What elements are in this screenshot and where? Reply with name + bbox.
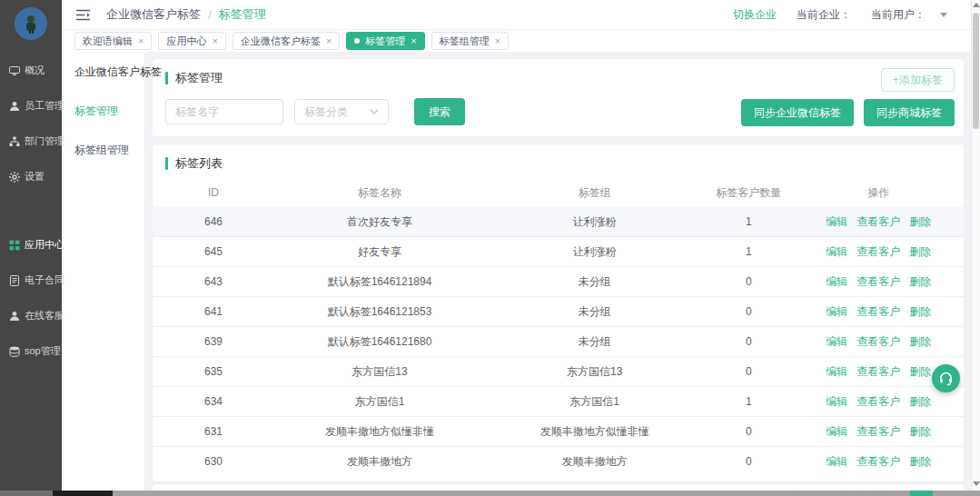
view-customers-link[interactable]: 查看客户 <box>856 305 900 318</box>
tab-close-icon[interactable]: × <box>411 35 416 46</box>
breadcrumb-root[interactable]: 企业微信客户标签 <box>106 6 201 23</box>
cell-tag-name: 默认标签1646121853 <box>274 304 485 320</box>
tab-close-icon[interactable]: × <box>326 35 332 46</box>
contract-icon <box>9 275 20 286</box>
sidebar-item-label: sop管理 <box>25 344 61 358</box>
table-card-title-text: 标签列表 <box>175 155 223 172</box>
sync-wechat-tags-button[interactable]: 同步企业微信标签 <box>741 99 854 126</box>
dashboard-icon <box>9 65 20 76</box>
cell-customer-count: 1 <box>704 215 793 228</box>
tab-wechat-customer-tags[interactable]: 企业微信客户标签 × <box>233 32 340 50</box>
table-row: 641默认标签1646121853未分组0编辑查看客户删除 <box>153 296 964 326</box>
delete-link[interactable]: 删除 <box>909 305 931 318</box>
view-customers-link[interactable]: 查看客户 <box>856 275 900 288</box>
edit-link[interactable]: 编辑 <box>826 335 847 348</box>
main-sidebar: 概况 员工管理 部门管理 设置 应用中心 电子合同 在线客服 sop管理 <box>0 0 62 491</box>
scroll-up-arrow-icon[interactable] <box>973 3 980 7</box>
tab-tag-management[interactable]: 标签管理 × <box>346 32 424 50</box>
delete-link[interactable]: 删除 <box>909 215 931 228</box>
view-customers-link[interactable]: 查看客户 <box>856 245 900 258</box>
edit-link[interactable]: 编辑 <box>826 215 847 228</box>
sidebar-item-online-service[interactable]: 在线客服 <box>0 298 62 333</box>
view-customers-link[interactable]: 查看客户 <box>856 365 900 378</box>
cell-customer-count: 0 <box>704 275 793 288</box>
cell-tag-group: 未分组 <box>485 304 704 320</box>
cell-id: 631 <box>153 425 274 438</box>
scroll-down-arrow-icon[interactable] <box>973 481 980 486</box>
table-row: 634东方国信1东方国信11编辑查看客户删除 <box>153 386 964 416</box>
chevron-down-icon <box>370 109 379 114</box>
pagination-bar <box>153 484 964 491</box>
top-header: 企业微信客户标签 / 标签管理 切换企业 当前企业： 当前用户： <box>62 0 971 30</box>
table-row: 631发顺丰撒地方似懂非懂发顺丰撒地方似懂非懂0编辑查看客户删除 <box>153 416 964 446</box>
collapse-menu-icon[interactable] <box>76 9 90 21</box>
sidebar-item-contract[interactable]: 电子合同 <box>0 263 62 298</box>
view-customers-link[interactable]: 查看客户 <box>856 395 900 408</box>
cell-actions: 编辑查看客户删除 <box>793 334 964 350</box>
tag-name-input[interactable] <box>165 99 283 124</box>
edit-link[interactable]: 编辑 <box>826 305 847 318</box>
tab-label: 欢迎语编辑 <box>83 35 133 48</box>
sidebar-item-settings[interactable]: 设置 <box>0 159 62 194</box>
tab-close-icon[interactable]: × <box>212 35 217 46</box>
switch-company-link[interactable]: 切换企业 <box>733 7 777 23</box>
view-customers-link[interactable]: 查看客户 <box>856 215 900 228</box>
table-row: 630发顺丰撒地方发顺丰撒地方0编辑查看客户删除 <box>153 446 964 476</box>
staff-icon <box>9 101 20 112</box>
col-header-actions: 操作 <box>793 185 964 201</box>
cell-tag-group: 让利涨粉 <box>485 244 704 260</box>
table-card-title: 标签列表 <box>153 155 964 172</box>
delete-link[interactable]: 删除 <box>909 275 931 288</box>
sync-mall-tags-button[interactable]: 同步商城标签 <box>864 99 955 126</box>
delete-link[interactable]: 删除 <box>909 365 931 378</box>
edit-link[interactable]: 编辑 <box>826 455 847 468</box>
edit-link[interactable]: 编辑 <box>826 395 847 408</box>
delete-link[interactable]: 删除 <box>909 455 931 468</box>
cell-customer-count: 0 <box>704 305 793 318</box>
submenu-item-tag-group-management[interactable]: 标签组管理 <box>62 119 144 158</box>
cell-actions: 编辑查看客户删除 <box>793 424 964 440</box>
tab-close-icon[interactable]: × <box>138 35 144 46</box>
cell-customer-count: 1 <box>704 245 793 258</box>
edit-link[interactable]: 编辑 <box>826 425 847 438</box>
horizontal-scrollbar-thumb[interactable] <box>53 491 113 496</box>
logo-figure-icon <box>22 14 40 34</box>
cell-tag-group: 未分组 <box>485 274 704 290</box>
current-user-label: 当前用户： <box>871 7 926 23</box>
headset-icon <box>938 371 954 386</box>
user-dropdown-caret-icon[interactable] <box>940 13 947 17</box>
vertical-scrollbar-thumb[interactable] <box>973 13 979 129</box>
tab-app-center[interactable]: 应用中心 × <box>158 32 225 50</box>
delete-link[interactable]: 删除 <box>909 395 931 408</box>
sidebar-item-department[interactable]: 部门管理 <box>0 124 62 159</box>
search-button[interactable]: 搜索 <box>414 98 465 125</box>
submenu-item-tag-management[interactable]: 标签管理 <box>62 80 144 119</box>
delete-link[interactable]: 删除 <box>909 245 931 258</box>
vertical-scrollbar[interactable] <box>971 0 980 491</box>
edit-link[interactable]: 编辑 <box>826 365 847 378</box>
edit-link[interactable]: 编辑 <box>826 245 847 258</box>
view-customers-link[interactable]: 查看客户 <box>856 455 900 468</box>
add-tag-button[interactable]: +添加标签 <box>881 68 955 92</box>
sidebar-item-app-center[interactable]: 应用中心 <box>0 227 62 263</box>
sidebar-item-staff[interactable]: 员工管理 <box>0 88 62 124</box>
delete-link[interactable]: 删除 <box>909 335 931 348</box>
tab-label: 标签管理 <box>365 35 405 48</box>
edit-link[interactable]: 编辑 <box>826 275 847 288</box>
view-customers-link[interactable]: 查看客户 <box>856 335 900 348</box>
sidebar-item-label: 员工管理 <box>25 99 64 113</box>
tab-close-icon[interactable]: × <box>495 35 500 46</box>
tab-tag-group-management[interactable]: 标签组管理 × <box>431 32 509 50</box>
view-customers-link[interactable]: 查看客户 <box>856 425 900 438</box>
sidebar-item-sop[interactable]: sop管理 <box>0 333 62 369</box>
sidebar-item-overview[interactable]: 概况 <box>0 53 62 88</box>
sidebar-item-label: 部门管理 <box>25 134 64 148</box>
tag-category-select[interactable]: 标签分类 <box>294 99 389 124</box>
table-row: 635东方国信13东方国信130编辑查看客户删除 <box>153 356 964 386</box>
tab-welcome-editor[interactable]: 欢迎语编辑 × <box>74 32 152 50</box>
delete-link[interactable]: 删除 <box>909 425 931 438</box>
customer-service-float-button[interactable] <box>932 364 960 392</box>
breadcrumb-separator: / <box>208 8 212 22</box>
company-logo[interactable] <box>15 7 47 40</box>
horizontal-scrollbar[interactable] <box>0 491 980 496</box>
